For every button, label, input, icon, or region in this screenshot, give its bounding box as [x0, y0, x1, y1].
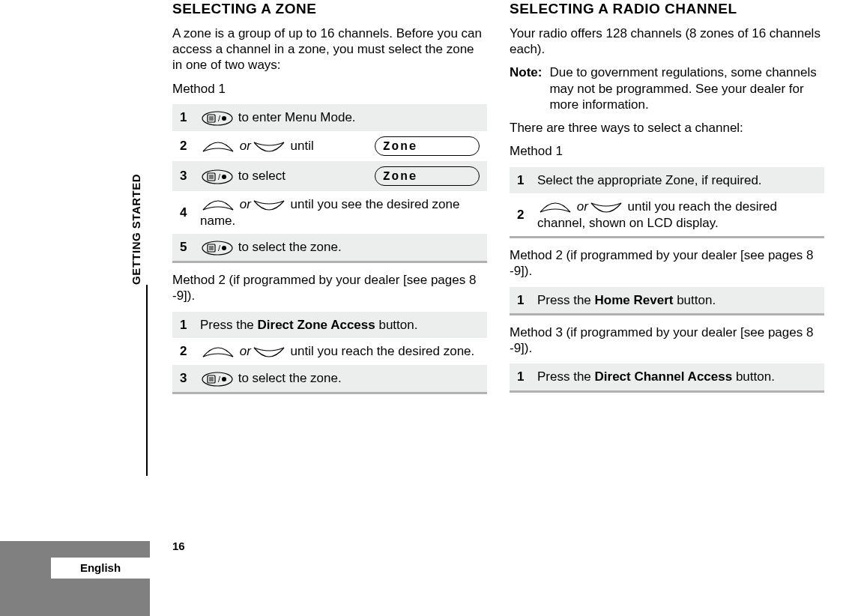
table-divider	[510, 313, 824, 315]
tab-panel: English	[0, 541, 150, 616]
down-key-icon	[253, 139, 285, 154]
zone-method1-label: Method 1	[172, 81, 487, 97]
chan-m1-step1: 1 Select the appropriate Zone, if requir…	[510, 167, 824, 193]
note-label: Note:	[510, 64, 542, 112]
channel-intro: Your radio offers 128 channels (8 zones …	[510, 25, 824, 58]
left-column: SELECTING A ZONE A zone is a group of up…	[172, 0, 487, 403]
note-text: Due to government regulations, some chan…	[549, 64, 824, 112]
chan-m1-step2: 2 or until you reach the desired channel…	[510, 193, 824, 236]
section-side-label: GETTING STARTED	[130, 174, 142, 285]
menu-key-icon	[202, 169, 233, 184]
zone-m2-step1: 1 Press the Direct Zone Access button.	[172, 312, 487, 338]
note-block: Note: Due to government regulations, som…	[510, 64, 824, 112]
content-area: SELECTING A ZONE A zone is a group of up…	[172, 0, 824, 403]
right-column: SELECTING A RADIO CHANNEL Your radio off…	[510, 0, 824, 403]
zone-m2-step2: 2 or until you reach the desired zone.	[172, 338, 487, 365]
up-key-icon	[202, 345, 235, 360]
table-divider	[172, 392, 487, 394]
down-key-icon	[590, 200, 623, 215]
up-key-icon	[202, 198, 235, 213]
menu-key-icon	[202, 111, 233, 126]
page-number: 16	[172, 540, 185, 552]
channel-method1-label: Method 1	[510, 143, 824, 159]
heading-selecting-zone: SELECTING A ZONE	[172, 0, 487, 18]
table-divider	[510, 236, 824, 238]
language-tab: English	[51, 558, 150, 579]
zone-method2-label: Method 2 (if programmed by your dealer […	[172, 272, 487, 304]
up-key-icon	[539, 200, 572, 215]
chan-m2-step1: 1 Press the Home Revert button.	[510, 287, 824, 313]
menu-key-icon	[202, 372, 233, 387]
heading-selecting-channel: SELECTING A RADIO CHANNEL	[510, 0, 824, 18]
zone-m2-step3: 3 to select the zone.	[172, 365, 487, 392]
zone-m1-step2: 2 or until Zone	[172, 131, 487, 161]
zone-m1-step5: 5 to select the zone.	[172, 234, 487, 261]
channel-method3-label: Method 3 (if programmed by your dealer […	[510, 324, 824, 357]
menu-key-icon	[202, 241, 233, 256]
chan-m3-step1: 1 Press the Direct Channel Access button…	[510, 363, 824, 390]
lcd-pill: Zone	[375, 166, 480, 186]
document-page: English GETTING STARTED SELECTING A ZONE…	[0, 0, 849, 616]
zone-m1-step1: 1 to enter Menu Mode.	[172, 104, 487, 131]
lcd-pill: Zone	[375, 136, 480, 156]
channel-method2-label: Method 2 (if programmed by your dealer […	[510, 247, 824, 280]
down-key-icon	[253, 198, 285, 213]
zone-m1-step4: 4 or until you see the desired zone name…	[172, 191, 487, 234]
zone-m1-step3: 3 to select Zone	[172, 161, 487, 191]
zone-intro: A zone is a group of up to 16 channels. …	[172, 25, 487, 73]
ways-intro: There are three ways to select a channel…	[510, 120, 824, 136]
table-divider	[172, 261, 487, 263]
table-divider	[510, 390, 824, 393]
down-key-icon	[253, 345, 285, 360]
up-key-icon	[202, 139, 235, 154]
